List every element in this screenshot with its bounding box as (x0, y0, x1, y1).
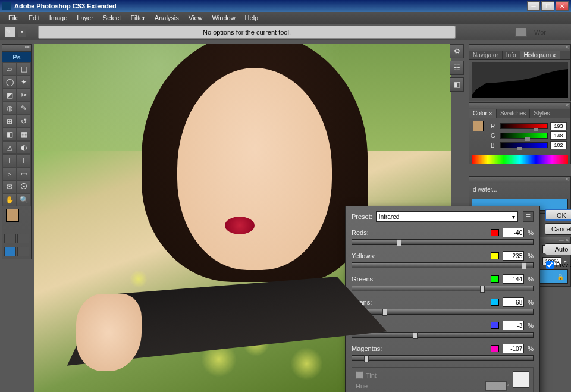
dodge-tool[interactable]: ◐ (17, 141, 31, 154)
channel-value-input[interactable] (503, 344, 524, 353)
panel-icon-2[interactable]: ☷ (450, 61, 464, 75)
menu-view[interactable]: View (184, 14, 208, 21)
screen-mode-button[interactable] (4, 247, 16, 256)
notes-tool[interactable]: ✉ (2, 180, 17, 193)
channel-value-input[interactable] (503, 321, 524, 330)
channel-slider[interactable] (352, 286, 534, 291)
r-slider[interactable] (500, 123, 548, 129)
eyedropper-tool-icon[interactable]: ✎ (5, 27, 15, 37)
ok-button[interactable]: OK (545, 209, 571, 221)
tint-checkbox-label[interactable]: Tint (356, 371, 509, 379)
g-slider[interactable] (500, 133, 548, 139)
menu-edit[interactable]: Edit (24, 14, 45, 21)
panel-grip[interactable]: — ✕ (469, 103, 570, 109)
eraser-tool[interactable]: ◧ (2, 128, 17, 141)
zoom-tool[interactable]: 🔍 (17, 193, 31, 206)
spectrum-bar[interactable] (472, 155, 568, 164)
menu-filter[interactable]: Filter (126, 14, 149, 21)
gradient-tool[interactable]: ▦ (17, 128, 31, 141)
main-area: Ps ▱ ◫ ◯ ✦ ◩ ✂ ◍ ✎ ⊞ ↺ ◧ ▦ △ ◐ T T ▹ ▭ ✉… (0, 40, 571, 392)
tab-styles[interactable]: Styles (530, 109, 554, 118)
channel-slider[interactable] (352, 355, 534, 361)
ps-logo: Ps (2, 52, 31, 62)
tool-preset-dropdown[interactable]: ▾ (18, 27, 26, 37)
crop-tool[interactable]: ◩ (2, 89, 17, 102)
nav-tabs: NavigatorInfoHistogram✕ (469, 51, 570, 60)
b-slider[interactable] (500, 142, 548, 148)
history-brush-tool[interactable]: ↺ (17, 115, 31, 128)
menu-layer[interactable]: Layer (72, 14, 98, 21)
panel-grip[interactable]: — ✕ (469, 177, 570, 183)
channel-slider[interactable] (352, 239, 534, 245)
color-fg-swatch[interactable] (473, 121, 484, 131)
heal-tool[interactable]: ◍ (2, 102, 17, 115)
hand-tool[interactable]: ✋ (2, 193, 17, 206)
preview-checkbox[interactable] (546, 261, 554, 269)
tab-histogram[interactable]: Histogram✕ (520, 51, 561, 59)
color-panel: — ✕ Color✕SwatchesStyles R193 G148 B102 (469, 102, 571, 164)
r-value[interactable]: 193 (550, 122, 567, 130)
menu-analysis[interactable]: Analysis (150, 14, 184, 21)
menu-help[interactable]: Help (240, 14, 263, 21)
wand-tool[interactable]: ✦ (17, 76, 31, 89)
minimize-button[interactable]: ─ (527, 1, 540, 11)
blur-tool[interactable]: △ (2, 141, 17, 154)
channel-value-input[interactable] (503, 251, 524, 261)
g-value[interactable]: 148 (550, 131, 567, 140)
cancel-button[interactable]: Cancel (545, 223, 571, 235)
menu-window[interactable]: Window (207, 14, 240, 21)
channel-slider[interactable] (352, 262, 534, 268)
channel-label: Magentas: (352, 345, 382, 352)
workspace-icon[interactable] (515, 27, 527, 37)
b-value[interactable]: 102 (550, 141, 567, 149)
collapsed-panel-icons: ⚙ ☷ ◧ (450, 44, 466, 94)
panel-grip[interactable]: — ✕ (469, 45, 570, 51)
channel-slider[interactable] (352, 309, 534, 315)
tint-checkbox[interactable] (356, 371, 363, 379)
marquee-tool[interactable]: ◫ (17, 62, 31, 76)
panel-icon-1[interactable]: ⚙ (450, 44, 464, 58)
preset-menu-button[interactable]: ☰ (523, 211, 534, 222)
tab-info[interactable]: Info (503, 51, 520, 59)
standard-mode-button[interactable] (4, 234, 16, 243)
move-tool[interactable]: ▱ (2, 62, 17, 76)
tab-swatches[interactable]: Swatches (497, 109, 530, 118)
auto-button[interactable]: Auto (545, 243, 571, 255)
pen-tool[interactable]: T (2, 154, 17, 167)
pct-label: % (528, 275, 534, 283)
palette-grip[interactable] (2, 45, 31, 52)
stamp-tool[interactable]: ⊞ (2, 115, 17, 128)
hue-input[interactable] (485, 381, 507, 391)
tab-color[interactable]: Color✕ (469, 109, 497, 118)
maximize-button[interactable]: ☐ (541, 1, 554, 11)
channel-slider[interactable] (352, 332, 534, 338)
menu-select[interactable]: Select (98, 14, 126, 21)
color-chip (491, 229, 499, 236)
channel-value-input[interactable] (503, 297, 524, 307)
type-tool[interactable]: T (17, 154, 31, 167)
menu-file[interactable]: File (4, 14, 24, 21)
tab-navigator[interactable]: Navigator (469, 51, 503, 59)
color-tabs: Color✕SwatchesStyles (469, 109, 570, 118)
slice-tool[interactable]: ✂ (17, 89, 31, 102)
panel-icon-3[interactable]: ◧ (450, 77, 464, 92)
close-button[interactable]: ✕ (556, 1, 569, 11)
shape-tool[interactable]: ▭ (17, 167, 31, 180)
path-tool[interactable]: ▹ (2, 167, 17, 180)
eyedropper-tool[interactable]: ⦿ (17, 180, 31, 193)
channel-reds: Reds:% (352, 228, 534, 245)
quickmask-mode-button[interactable] (17, 234, 29, 243)
channel-yellows: Yellows:% (352, 251, 534, 268)
channel-value-input[interactable] (503, 274, 524, 284)
tint-swatch[interactable] (513, 371, 529, 388)
brush-tool[interactable]: ✎ (17, 102, 31, 115)
black-white-dialog: Preset: Infrared ▾ ☰ Reds:%Yellows:%Gree… (345, 206, 540, 392)
lasso-tool[interactable]: ◯ (2, 76, 17, 89)
menu-image[interactable]: Image (45, 14, 73, 21)
channel-value-input[interactable] (503, 228, 524, 237)
preset-dropdown[interactable]: Infrared ▾ (376, 211, 518, 222)
fg-bg-colors[interactable] (6, 209, 27, 230)
preview-row[interactable]: Preview (546, 261, 571, 269)
foreground-color[interactable] (6, 209, 19, 222)
screen-mode-alt-button[interactable] (17, 247, 29, 256)
